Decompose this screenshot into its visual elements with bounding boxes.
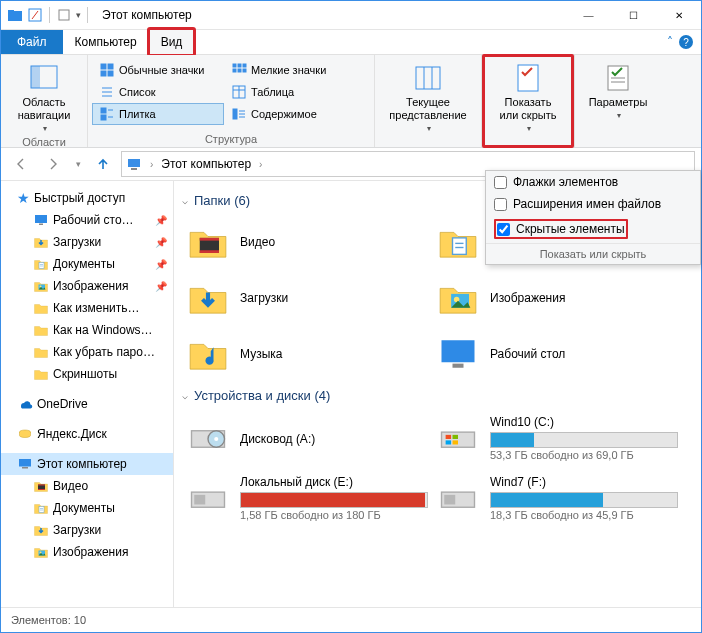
tile-label: Видео (240, 235, 428, 250)
qa-overflow-icon[interactable]: ▾ (76, 10, 81, 20)
options-button[interactable]: Параметры ▾ (579, 57, 657, 121)
svg-rect-14 (238, 69, 241, 72)
folders-group-label: Папки (6) (194, 193, 250, 208)
qa-properties-icon[interactable] (27, 7, 43, 23)
computer-tab[interactable]: Компьютер (63, 30, 149, 54)
navigation-pane[interactable]: ★Быстрый доступРабочий сто…📌Загрузки📌Док… (1, 181, 174, 607)
drive-tile[interactable]: Дисковод (A:) (182, 411, 432, 467)
layout-option[interactable]: Таблица (224, 81, 356, 103)
nav-item[interactable]: Загрузки📌 (1, 231, 173, 253)
chevron-down-icon: ⌵ (182, 195, 188, 206)
yadisk-icon (17, 426, 33, 442)
nav-item[interactable]: Как на Windows… (1, 319, 173, 341)
help-area: ˄ ? (667, 30, 701, 54)
drive-tile[interactable]: Локальный диск (E:)1,58 ГБ свободно из 1… (182, 471, 432, 527)
layout-option[interactable]: Мелкие значки (224, 59, 356, 81)
maximize-button[interactable]: ☐ (611, 1, 656, 29)
folder-tile[interactable]: Изображения (432, 272, 682, 324)
menu-bar: Файл Компьютер Вид ˄ ? (1, 30, 701, 55)
close-button[interactable]: ✕ (656, 1, 701, 29)
nav-item[interactable]: Как изменить… (1, 297, 173, 319)
drives-group-label: Устройства и диски (4) (194, 388, 330, 403)
folder-tile[interactable]: Видео (182, 216, 432, 268)
forward-button[interactable] (39, 151, 67, 177)
nav-item[interactable]: ★Быстрый доступ (1, 187, 173, 209)
capacity-bar (490, 432, 678, 448)
file-tab[interactable]: Файл (1, 30, 63, 54)
popup-checkbox-row[interactable]: Флажки элементов (486, 171, 700, 193)
up-button[interactable] (89, 151, 117, 177)
breadcrumb-root[interactable]: Этот компьютер (161, 157, 251, 171)
layout-option[interactable]: Обычные значки (92, 59, 224, 81)
window-controls: — ☐ ✕ (566, 1, 701, 29)
checkbox[interactable] (497, 223, 510, 236)
nav-item[interactable]: Изображения📌 (1, 275, 173, 297)
tile-sublabel: 53,3 ГБ свободно из 69,0 ГБ (490, 448, 678, 463)
nav-item[interactable]: Загрузки (1, 519, 173, 541)
ribbon-group-label (579, 143, 657, 147)
nav-item[interactable]: Изображения (1, 541, 173, 563)
ribbon-group-show-hide: Показать или скрыть ▾ (482, 55, 575, 147)
nav-item[interactable]: Этот компьютер (1, 453, 173, 475)
layout-option-label: Список (119, 86, 156, 98)
drive-tile[interactable]: Wind7 (F:)18,3 ГБ свободно из 45,9 ГБ (432, 471, 682, 527)
popup-checkbox-row[interactable]: Расширения имен файлов (486, 193, 700, 215)
navigation-pane-button[interactable]: Область навигации ▾ (5, 57, 83, 134)
layout-option[interactable]: Плитка (92, 103, 224, 125)
capacity-bar (240, 492, 428, 508)
popup-checkbox-row[interactable]: Скрытые элементы (486, 215, 700, 243)
layout-option[interactable]: Содержимое (224, 103, 356, 125)
popup-checkboxes: Флажки элементовРасширения имен файловСк… (486, 171, 700, 243)
svg-rect-58 (200, 238, 219, 241)
layout-gallery[interactable]: Обычные значкиМелкие значкиСписокТаблица… (92, 57, 356, 125)
dl-icon (33, 234, 49, 250)
music-icon (186, 332, 230, 376)
qa-dropdown-icon[interactable] (56, 7, 72, 23)
ribbon-group-label (486, 143, 570, 147)
nav-item[interactable]: Документы (1, 497, 173, 519)
svg-point-69 (214, 437, 218, 441)
nav-item-label: Быстрый доступ (34, 191, 125, 205)
nav-item-label: Загрузки (53, 523, 101, 537)
folder-tile[interactable]: Музыка (182, 328, 432, 380)
layout-option-label: Обычные значки (119, 64, 204, 76)
drive-tile[interactable]: Wind10 (C:)53,3 ГБ свободно из 69,0 ГБ (432, 411, 682, 467)
crumb-chevron-icon[interactable]: › (259, 159, 262, 170)
folder-icon (33, 300, 49, 316)
drives-tiles: Дисковод (A:)Wind10 (C:)53,3 ГБ свободно… (182, 411, 693, 531)
help-icon[interactable]: ? (679, 35, 693, 49)
folder-tile[interactable]: Загрузки (182, 272, 432, 324)
view-tab[interactable]: Вид (149, 30, 195, 54)
nav-item[interactable]: Как убрать паро… (1, 341, 173, 363)
nav-item[interactable]: Видео (1, 475, 173, 497)
nav-item[interactable]: Рабочий сто…📌 (1, 209, 173, 231)
drives-group-header[interactable]: ⌵ Устройства и диски (4) (182, 388, 693, 403)
svg-rect-22 (101, 108, 106, 113)
checkbox[interactable] (494, 198, 507, 211)
back-button[interactable] (7, 151, 35, 177)
current-view-button[interactable]: Текущее представление ▾ (379, 57, 477, 134)
svg-rect-50 (38, 485, 45, 486)
nav-item-label: Как на Windows… (53, 323, 153, 337)
show-hide-button[interactable]: Показать или скрыть ▾ (486, 57, 570, 134)
checkbox[interactable] (494, 176, 507, 189)
nav-item[interactable]: Скриншоты (1, 363, 173, 385)
minimize-button[interactable]: — (566, 1, 611, 29)
chevron-down-icon: ⌵ (182, 390, 188, 401)
nav-item[interactable]: OneDrive (1, 393, 173, 415)
collapse-ribbon-icon[interactable]: ˄ (667, 35, 673, 49)
recent-dropdown[interactable]: ▾ (71, 151, 85, 177)
folder-tile[interactable]: Рабочий стол (432, 328, 682, 380)
layout-option[interactable]: Список (92, 81, 224, 103)
svg-rect-66 (453, 364, 464, 368)
nav-item[interactable]: Документы📌 (1, 253, 173, 275)
hdd-icon (436, 477, 480, 521)
separator (49, 7, 50, 23)
svg-rect-76 (194, 495, 205, 505)
nav-item[interactable]: Яндекс.Диск (1, 423, 173, 445)
tile-label: Рабочий стол (490, 347, 678, 362)
svg-rect-52 (39, 507, 44, 513)
crumb-chevron-icon[interactable]: › (150, 159, 153, 170)
svg-rect-5 (31, 66, 40, 88)
ribbon: Область навигации ▾ Области Обычные знач… (1, 55, 701, 148)
